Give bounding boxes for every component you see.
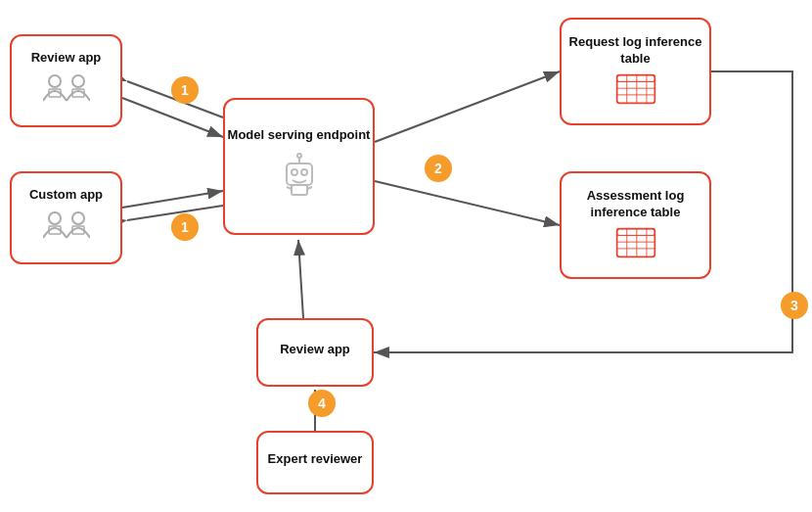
model-serving-label: Model serving endpoint bbox=[228, 127, 371, 144]
model-serving-box: Model serving endpoint bbox=[223, 98, 375, 235]
badge-4: 4 bbox=[308, 390, 336, 417]
svg-point-10 bbox=[49, 75, 61, 87]
badge-3: 3 bbox=[781, 292, 808, 319]
request-log-label: Request log inference table bbox=[562, 34, 709, 68]
badge-2: 2 bbox=[425, 155, 452, 182]
custom-app-icon bbox=[43, 209, 90, 249]
review-app-top-label: Review app bbox=[31, 50, 102, 67]
review-app-top-icon bbox=[43, 71, 90, 112]
svg-rect-26 bbox=[616, 75, 654, 104]
badge-1-bottom: 1 bbox=[171, 213, 199, 241]
expert-reviewer-box: Expert reviewer bbox=[256, 431, 374, 494]
svg-line-9 bbox=[298, 240, 303, 318]
review-app-bottom-label: Review app bbox=[280, 342, 350, 358]
svg-point-15 bbox=[72, 212, 84, 224]
assessment-log-label: Assessment log inference table bbox=[562, 188, 709, 221]
svg-rect-35 bbox=[616, 229, 654, 236]
svg-point-20 bbox=[301, 169, 307, 175]
diagram-container: Review app Custom app bbox=[0, 0, 812, 512]
svg-rect-34 bbox=[616, 229, 654, 257]
svg-line-6 bbox=[375, 71, 560, 142]
svg-point-14 bbox=[49, 212, 61, 224]
custom-app-box: Custom app bbox=[10, 171, 122, 264]
badge-1-top: 1 bbox=[171, 76, 199, 104]
svg-line-7 bbox=[375, 181, 560, 225]
custom-app-label: Custom app bbox=[29, 187, 103, 204]
svg-line-5 bbox=[122, 191, 223, 208]
svg-rect-27 bbox=[616, 75, 654, 82]
svg-point-19 bbox=[292, 169, 297, 175]
request-log-box: Request log inference table bbox=[560, 18, 711, 125]
expert-reviewer-label: Expert reviewer bbox=[268, 451, 363, 468]
review-app-bottom-box: Review app bbox=[256, 318, 374, 387]
model-serving-icon bbox=[275, 150, 324, 206]
assessment-log-icon bbox=[614, 227, 657, 262]
svg-line-3 bbox=[122, 98, 223, 137]
svg-point-11 bbox=[72, 75, 84, 87]
assessment-log-box: Assessment log inference table bbox=[560, 171, 711, 279]
svg-rect-23 bbox=[292, 185, 307, 195]
review-app-top-box: Review app bbox=[10, 34, 122, 127]
svg-point-22 bbox=[297, 154, 301, 158]
request-log-icon bbox=[614, 73, 657, 109]
